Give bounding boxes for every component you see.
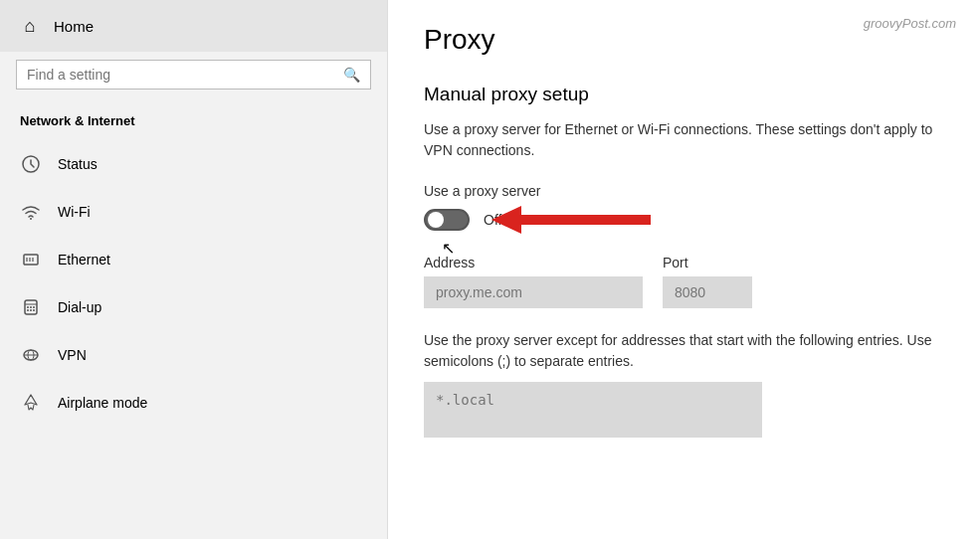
address-field-group: Address bbox=[424, 255, 643, 308]
toggle-knob bbox=[428, 212, 444, 228]
toggle-row: Off bbox=[424, 209, 944, 231]
fields-row: Address Port bbox=[424, 255, 944, 308]
address-input[interactable] bbox=[424, 276, 643, 308]
exceptions-description: Use the proxy server except for addresse… bbox=[424, 330, 944, 372]
svg-point-9 bbox=[30, 306, 32, 308]
ethernet-icon bbox=[20, 249, 42, 270]
toggle-label: Use a proxy server bbox=[424, 183, 944, 199]
sidebar-item-airplane[interactable]: Airplane mode bbox=[0, 379, 387, 427]
svg-point-12 bbox=[30, 309, 32, 311]
sidebar-item-status-label: Status bbox=[58, 156, 98, 172]
sidebar-item-wifi[interactable]: Wi-Fi bbox=[0, 188, 387, 236]
sidebar-item-dialup[interactable]: Dial-up bbox=[0, 283, 387, 331]
port-label: Port bbox=[663, 255, 752, 270]
port-input[interactable] bbox=[663, 276, 752, 308]
sidebar-item-status[interactable]: Status bbox=[0, 140, 387, 188]
arrow-indicator bbox=[491, 202, 651, 238]
airplane-icon bbox=[20, 392, 42, 414]
main-content: groovyPost.com Proxy Manual proxy setup … bbox=[388, 0, 980, 539]
proxy-toggle[interactable] bbox=[424, 209, 470, 231]
port-field-group: Port bbox=[663, 255, 752, 308]
svg-point-8 bbox=[27, 306, 29, 308]
address-label: Address bbox=[424, 255, 643, 270]
sidebar-item-vpn[interactable]: VPN bbox=[0, 331, 387, 379]
section-title: Network & Internet bbox=[0, 105, 387, 140]
sidebar: ⌂ Home 🔍 Network & Internet Status Wi-Fi bbox=[0, 0, 388, 539]
search-icon[interactable]: 🔍 bbox=[343, 67, 360, 83]
svg-point-1 bbox=[30, 218, 32, 220]
vpn-icon bbox=[20, 344, 42, 366]
svg-point-13 bbox=[33, 309, 35, 311]
svg-rect-18 bbox=[521, 215, 651, 225]
sidebar-item-home[interactable]: ⌂ Home bbox=[0, 0, 387, 52]
home-label: Home bbox=[54, 18, 94, 35]
description: Use a proxy server for Ethernet or Wi-Fi… bbox=[424, 119, 944, 161]
wifi-icon bbox=[20, 201, 42, 223]
svg-point-10 bbox=[33, 306, 35, 308]
sidebar-item-vpn-label: VPN bbox=[58, 347, 87, 363]
dialup-icon bbox=[20, 296, 42, 318]
svg-point-11 bbox=[27, 309, 29, 311]
section-heading: Manual proxy setup bbox=[424, 84, 944, 105]
sidebar-item-ethernet-label: Ethernet bbox=[58, 252, 110, 268]
sidebar-item-ethernet[interactable]: Ethernet bbox=[0, 236, 387, 283]
sidebar-item-dialup-label: Dial-up bbox=[58, 299, 101, 315]
sidebar-item-airplane-label: Airplane mode bbox=[58, 395, 147, 411]
exceptions-input[interactable] bbox=[424, 382, 762, 438]
sidebar-item-wifi-label: Wi-Fi bbox=[58, 204, 91, 220]
watermark: groovyPost.com bbox=[864, 16, 956, 31]
status-icon bbox=[20, 153, 42, 175]
home-icon: ⌂ bbox=[20, 16, 40, 36]
svg-rect-2 bbox=[24, 255, 38, 265]
search-box: 🔍 bbox=[16, 60, 371, 90]
svg-marker-17 bbox=[491, 206, 521, 234]
search-input[interactable] bbox=[27, 67, 335, 83]
